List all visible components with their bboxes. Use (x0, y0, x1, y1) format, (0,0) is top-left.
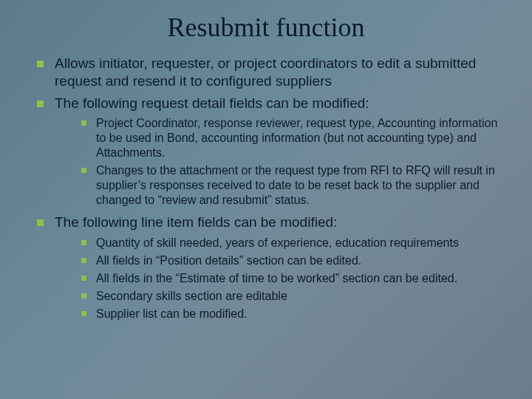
list-item-text: Allows initiator, requester, or project … (55, 55, 476, 89)
list-item: All fields in “Position details” section… (81, 253, 502, 268)
list-item-text: Changes to the attachment or the request… (96, 164, 495, 206)
square-bullet-icon (37, 61, 44, 67)
bullet-list-level2: Quantity of skill needed, years of exper… (55, 236, 502, 321)
square-bullet-icon (81, 258, 86, 263)
list-item: The following request detail fields can … (37, 95, 502, 208)
list-item-text: The following line item fields can be mo… (55, 214, 337, 230)
list-item: All fields in the “Estimate of time to b… (81, 271, 502, 286)
list-item: Changes to the attachment or the request… (81, 163, 502, 208)
list-item-text: The following request detail fields can … (55, 95, 369, 111)
bullet-list-level2: Project Coordinator, response reviewer, … (55, 116, 502, 208)
square-bullet-icon (81, 120, 86, 126)
list-item: The following line item fields can be mo… (37, 214, 502, 321)
list-item-text: Quantity of skill needed, years of exper… (96, 236, 459, 249)
square-bullet-icon (81, 293, 86, 299)
list-item: Secondary skills section are editable (81, 289, 502, 304)
list-item: Supplier list can be modified. (81, 307, 502, 321)
square-bullet-icon (81, 276, 86, 281)
square-bullet-icon (81, 240, 86, 245)
square-bullet-icon (37, 219, 44, 226)
square-bullet-icon (81, 311, 86, 316)
list-item: Project Coordinator, response reviewer, … (81, 116, 502, 160)
list-item-text: Secondary skills section are editable (96, 290, 287, 302)
list-item: Quantity of skill needed, years of exper… (81, 236, 502, 250)
list-item-text: All fields in “Position details” section… (96, 254, 361, 267)
page-title: Resubmit function (22, 12, 510, 43)
list-item: Allows initiator, requester, or project … (37, 55, 502, 90)
bullet-list-level1: Allows initiator, requester, or project … (22, 55, 510, 321)
square-bullet-icon (37, 100, 44, 107)
square-bullet-icon (81, 168, 86, 173)
slide-container: Resubmit function Allows initiator, requ… (0, 0, 532, 399)
list-item-text: Project Coordinator, response reviewer, … (96, 117, 497, 159)
list-item-text: Supplier list can be modified. (96, 307, 248, 320)
list-item-text: All fields in the “Estimate of time to b… (96, 272, 457, 284)
